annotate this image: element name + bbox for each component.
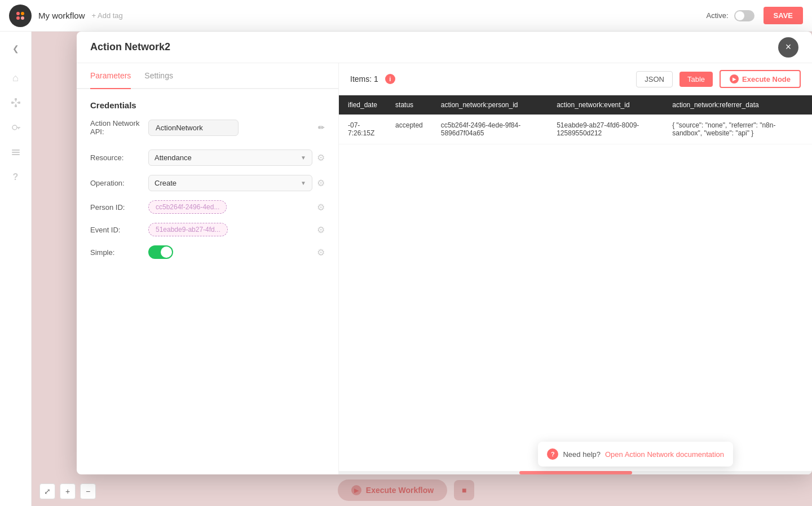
svg-rect-4 — [11, 102, 14, 104]
add-tag-button[interactable]: + Add tag — [92, 11, 123, 20]
stop-button[interactable]: ■ — [454, 480, 474, 500]
resource-dropdown[interactable]: Attendance ▼ — [148, 149, 312, 166]
data-table: ified_date status action_network:person_… — [339, 95, 812, 144]
sidebar-key-icon[interactable] — [6, 117, 26, 138]
cell-person-id: cc5b264f-2496-4ede-9f84-5896d7f04a65 — [432, 115, 548, 144]
sidebar-list-icon[interactable] — [6, 142, 26, 162]
table-button[interactable]: Table — [679, 72, 713, 87]
info-icon: i — [385, 74, 395, 84]
resource-label: Resource: — [90, 153, 144, 162]
cell-date: -07-7:26:15Z — [339, 115, 386, 144]
sidebar-home-icon[interactable]: ⌂ — [6, 68, 26, 88]
event-id-label: Event ID: — [90, 226, 144, 234]
person-id-label: Person ID: — [90, 203, 144, 212]
zoom-out-button[interactable]: − — [80, 483, 96, 499]
save-button[interactable]: SAVE — [764, 7, 803, 24]
workflow-title: My workflow — [38, 11, 85, 20]
operation-label: Operation: — [90, 179, 144, 187]
top-bar: My workflow + Add tag Active: SAVE — [0, 0, 812, 32]
svg-rect-6 — [15, 105, 17, 107]
fit-zoom-button[interactable]: ⤢ — [39, 483, 55, 499]
resource-gear-icon[interactable]: ⚙ — [317, 152, 325, 163]
svg-point-1 — [21, 12, 24, 15]
panel-content: Credentials Action Network API: ActionNe… — [77, 89, 338, 474]
svg-rect-15 — [12, 149, 20, 151]
table-header-row: ified_date status action_network:person_… — [339, 95, 812, 115]
operation-chevron-icon: ▼ — [301, 180, 306, 186]
api-label: Action Network API: — [90, 119, 144, 136]
json-button[interactable]: JSON — [636, 71, 673, 87]
help-tooltip: ? Need help? Open Action Network documen… — [538, 442, 733, 467]
bottom-bar: ▶ Execute Workflow ■ — [0, 474, 812, 506]
sidebar-network-icon[interactable] — [6, 93, 26, 113]
modal-body: Parameters Settings Credentials Action N… — [77, 63, 812, 474]
execute-node-play-icon: ▶ — [730, 74, 739, 83]
event-id-pill[interactable]: 51eabde9-ab27-4fd... — [148, 223, 228, 236]
resource-chevron-icon: ▼ — [301, 155, 306, 161]
col-referrer-data: action_network:referrer_data — [663, 95, 812, 115]
execute-workflow-play-icon: ▶ — [351, 485, 361, 495]
svg-rect-17 — [12, 154, 20, 155]
simple-field-row: Simple: ⚙ — [90, 245, 325, 259]
tab-settings[interactable]: Settings — [144, 63, 173, 89]
table-container: ified_date status action_network:person_… — [339, 95, 812, 471]
left-sidebar: ❮ ⌂ ? — [0, 32, 32, 506]
left-panel: Parameters Settings Credentials Action N… — [77, 63, 339, 474]
right-panel-header: Items: 1 i JSON Table ▶ Execute Node — [339, 63, 812, 95]
cell-referrer-data: { "source": "none", "referrer": "n8n-san… — [663, 115, 812, 144]
help-text: Need help? — [563, 450, 601, 459]
scroll-thumb — [519, 471, 632, 474]
items-label: Items: 1 — [350, 74, 378, 83]
simple-toggle[interactable] — [148, 245, 173, 259]
credentials-section-title: Credentials — [90, 100, 325, 110]
help-question-icon: ? — [547, 448, 558, 460]
svg-point-2 — [16, 16, 20, 20]
active-label: Active: — [707, 11, 729, 20]
simple-label: Simple: — [90, 248, 144, 257]
zoom-controls: ⤢ + − — [39, 483, 96, 499]
operation-gear-icon[interactable]: ⚙ — [317, 178, 325, 188]
scroll-indicator[interactable] — [339, 471, 812, 474]
tabs: Parameters Settings — [77, 63, 338, 89]
col-event-id: action_network:event_id — [548, 95, 663, 115]
logo — [9, 5, 32, 27]
zoom-in-button[interactable]: + — [60, 483, 76, 499]
event-id-field-row: Event ID: 51eabde9-ab27-4fd... ⚙ — [90, 223, 325, 236]
cell-status: accepted — [386, 115, 432, 144]
svg-rect-16 — [12, 152, 20, 153]
col-date: ified_date — [339, 95, 386, 115]
cell-event-id: 51eabde9-ab27-4fd6-8009-12589550d212 — [548, 115, 663, 144]
person-id-field-row: Person ID: cc5b264f-2496-4ed... ⚙ — [90, 200, 325, 214]
operation-dropdown[interactable]: Create ▼ — [148, 175, 312, 191]
modal-close-button[interactable]: × — [778, 37, 798, 58]
svg-point-0 — [16, 12, 20, 15]
svg-point-3 — [21, 16, 24, 20]
sidebar-help-icon[interactable]: ? — [6, 167, 26, 187]
modal: Action Network2 × Parameters Settings Cr… — [77, 32, 812, 474]
person-id-gear-icon[interactable]: ⚙ — [317, 202, 325, 213]
sidebar-collapse-button[interactable]: ❮ — [6, 38, 26, 59]
execute-workflow-button[interactable]: ▶ Execute Workflow — [338, 479, 447, 501]
right-panel: Items: 1 i JSON Table ▶ Execute Node ifi… — [339, 63, 812, 474]
svg-rect-7 — [18, 102, 20, 104]
simple-gear-icon[interactable]: ⚙ — [317, 247, 325, 258]
person-id-pill[interactable]: cc5b264f-2496-4ed... — [148, 200, 227, 214]
api-badge[interactable]: ActionNetwork — [148, 120, 239, 136]
api-field-row: Action Network API: ActionNetwork ✏ — [90, 119, 325, 136]
modal-title: Action Network2 — [90, 41, 170, 53]
event-id-gear-icon[interactable]: ⚙ — [317, 225, 325, 235]
svg-rect-5 — [15, 98, 17, 100]
tab-parameters[interactable]: Parameters — [90, 63, 131, 89]
modal-header: Action Network2 × — [77, 32, 812, 63]
col-status: status — [386, 95, 432, 115]
table-row: -07-7:26:15Z accepted cc5b264f-2496-4ede… — [339, 115, 812, 144]
resource-field-row: Resource: Attendance ▼ ⚙ — [90, 149, 325, 166]
api-edit-icon[interactable]: ✏ — [318, 123, 325, 132]
help-link[interactable]: Open Action Network documentation — [605, 450, 724, 459]
svg-point-12 — [12, 125, 17, 130]
execute-node-button[interactable]: ▶ Execute Node — [720, 70, 801, 88]
active-toggle[interactable] — [734, 10, 754, 21]
operation-field-row: Operation: Create ▼ ⚙ — [90, 175, 325, 191]
col-person-id: action_network:person_id — [432, 95, 548, 115]
